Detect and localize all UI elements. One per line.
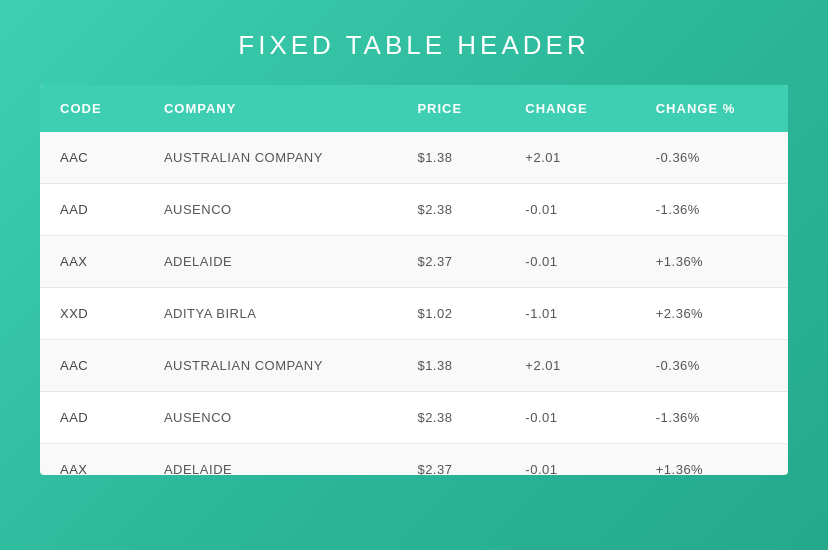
cell-price: $2.38 [397,392,505,444]
cell-company: AUSTRALIAN COMPANY [144,340,398,392]
cell-company: ADELAIDE [144,444,398,476]
cell-change: +2.01 [505,132,635,184]
table-container[interactable]: CODE COMPANY PRICE CHANGE CHANGE % AACAU… [40,85,788,475]
table-row: AACAUSTRALIAN COMPANY$1.38+2.01-0.36% [40,132,788,184]
cell-company: ADITYA BIRLA [144,288,398,340]
cell-change_pct: +1.36% [636,444,788,476]
cell-price: $1.02 [397,288,505,340]
table-row: AAXADELAIDE$2.37-0.01+1.36% [40,444,788,476]
cell-code: AAC [40,132,144,184]
table-header: CODE COMPANY PRICE CHANGE CHANGE % [40,85,788,132]
cell-change: -0.01 [505,184,635,236]
cell-change: -0.01 [505,392,635,444]
header-row: CODE COMPANY PRICE CHANGE CHANGE % [40,85,788,132]
cell-code: AAD [40,184,144,236]
cell-code: AAX [40,236,144,288]
header-change: CHANGE [505,85,635,132]
cell-price: $2.37 [397,444,505,476]
table-body: AACAUSTRALIAN COMPANY$1.38+2.01-0.36%AAD… [40,132,788,475]
cell-change_pct: -0.36% [636,340,788,392]
table-row: AAXADELAIDE$2.37-0.01+1.36% [40,236,788,288]
header-code: CODE [40,85,144,132]
cell-company: AUSTRALIAN COMPANY [144,132,398,184]
cell-company: AUSENCO [144,184,398,236]
cell-price: $1.38 [397,132,505,184]
cell-price: $2.38 [397,184,505,236]
page-title: FIXED TABLE HEADER [238,30,589,61]
cell-company: ADELAIDE [144,236,398,288]
stock-table: CODE COMPANY PRICE CHANGE CHANGE % AACAU… [40,85,788,475]
cell-change_pct: +1.36% [636,236,788,288]
table-row: AADAUSENCO$2.38-0.01-1.36% [40,184,788,236]
cell-code: XXD [40,288,144,340]
cell-price: $1.38 [397,340,505,392]
header-change-pct: CHANGE % [636,85,788,132]
table-row: AACAUSTRALIAN COMPANY$1.38+2.01-0.36% [40,340,788,392]
cell-change: +2.01 [505,340,635,392]
header-company: COMPANY [144,85,398,132]
table-row: AADAUSENCO$2.38-0.01-1.36% [40,392,788,444]
cell-change_pct: +2.36% [636,288,788,340]
cell-change: -1.01 [505,288,635,340]
cell-change: -0.01 [505,236,635,288]
cell-price: $2.37 [397,236,505,288]
cell-company: AUSENCO [144,392,398,444]
cell-code: AAX [40,444,144,476]
cell-change_pct: -0.36% [636,132,788,184]
cell-code: AAD [40,392,144,444]
cell-change: -0.01 [505,444,635,476]
cell-change_pct: -1.36% [636,392,788,444]
table-row: XXDADITYA BIRLA$1.02-1.01+2.36% [40,288,788,340]
header-price: PRICE [397,85,505,132]
cell-code: AAC [40,340,144,392]
cell-change_pct: -1.36% [636,184,788,236]
